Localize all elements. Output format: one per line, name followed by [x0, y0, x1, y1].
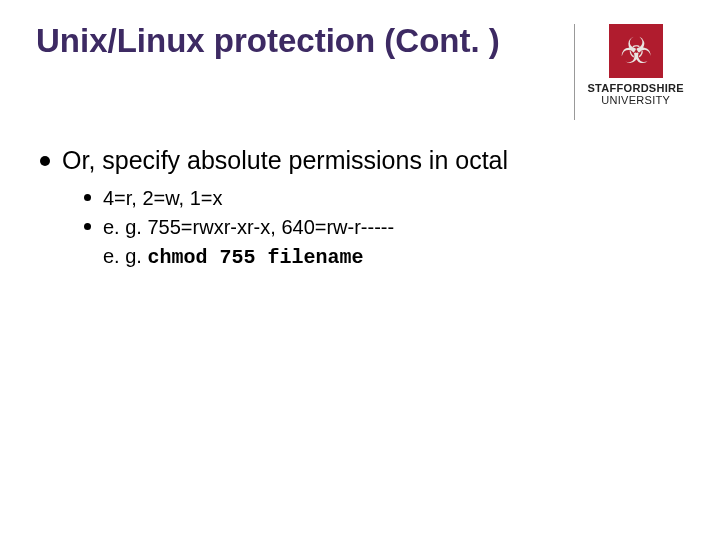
- biohazard-icon: ☣: [620, 33, 652, 69]
- sub-item-2-line1: e. g. 755=rwxr-xr-x, 640=rw-r-----: [103, 214, 394, 241]
- bullet-small-icon: [84, 223, 91, 230]
- slide-header: Unix/Linux protection (Cont. ) ☣ STAFFOR…: [36, 22, 684, 120]
- logo-area: ☣ STAFFORDSHIRE UNIVERSITY: [574, 22, 684, 120]
- logo-text: STAFFORDSHIRE UNIVERSITY: [587, 82, 684, 106]
- sub-bullet-list: 4=r, 2=w, 1=x e. g. 755=rwxr-xr-x, 640=r…: [40, 185, 684, 271]
- sub-item-2-line2: e. g. chmod 755 filename: [103, 243, 364, 271]
- logo-line1: STAFFORDSHIRE: [587, 82, 684, 94]
- logo-square: ☣: [609, 24, 663, 78]
- bullet-small-icon: [84, 194, 91, 201]
- sub-bullet-item-continuation: e. g. chmod 755 filename: [84, 243, 684, 271]
- bullet-large-icon: [40, 156, 50, 166]
- slide-title: Unix/Linux protection (Cont. ): [36, 22, 500, 60]
- top-item-text: Or, specify absolute permissions in octa…: [62, 146, 508, 175]
- slide-body: Or, specify absolute permissions in octa…: [36, 146, 684, 271]
- chmod-command: chmod 755 filename: [147, 246, 363, 269]
- logo-line2: UNIVERSITY: [601, 94, 670, 106]
- university-logo: ☣ STAFFORDSHIRE UNIVERSITY: [587, 24, 684, 106]
- line2-prefix: e. g.: [103, 245, 147, 267]
- top-bullet-item: Or, specify absolute permissions in octa…: [40, 146, 684, 175]
- logo-divider: [574, 24, 575, 120]
- sub-bullet-item: 4=r, 2=w, 1=x: [84, 185, 684, 212]
- sub-bullet-item: e. g. 755=rwxr-xr-x, 640=rw-r-----: [84, 214, 684, 241]
- sub-item-1-text: 4=r, 2=w, 1=x: [103, 185, 223, 212]
